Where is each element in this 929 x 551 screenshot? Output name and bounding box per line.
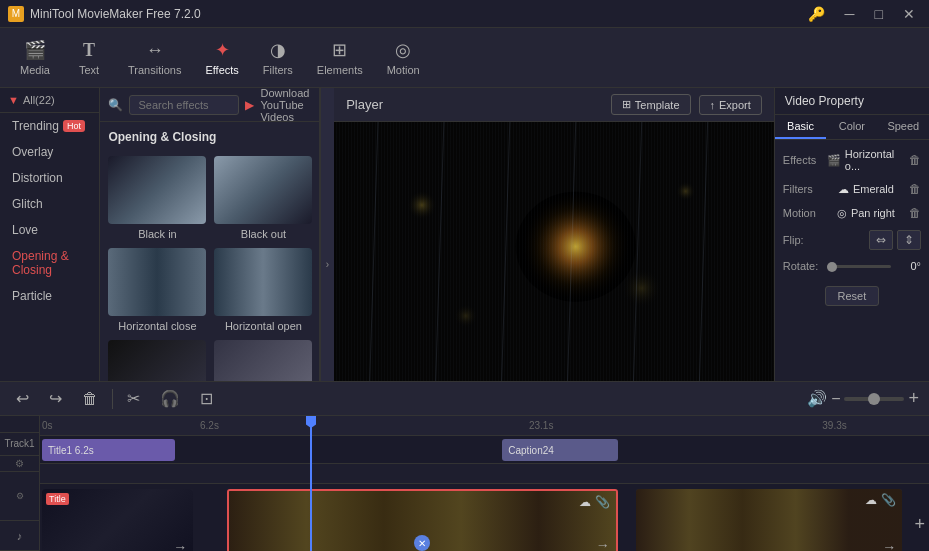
title-block[interactable]: Title1 6.2s	[42, 439, 175, 461]
sidebar-item-love[interactable]: Love	[0, 217, 99, 243]
clip-icon-3: 📎	[881, 493, 896, 507]
minimize-button[interactable]: ─	[839, 4, 861, 24]
flip-horizontal-button[interactable]: ⇔	[869, 230, 893, 250]
video-track-label: ⚙	[0, 472, 39, 521]
ruler-mark-3: 39.3s	[822, 420, 846, 431]
delete-filter-button[interactable]: 🗑	[909, 182, 921, 196]
title-badge: Title	[46, 493, 69, 505]
download-youtube-button[interactable]: Download YouTube Videos	[260, 88, 310, 123]
effect-black-in[interactable]: Black in	[108, 156, 206, 240]
effect-black-out[interactable]: Black out	[214, 156, 312, 240]
template-button[interactable]: ⊞ Template	[611, 94, 691, 115]
sidebar-item-trending[interactable]: Trending Hot	[0, 113, 99, 139]
clip-3-arrow: →	[882, 539, 896, 551]
crop-button[interactable]: ⊡	[194, 387, 219, 410]
delete-button[interactable]: 🗑	[76, 388, 104, 410]
zoom-slider[interactable]	[844, 397, 904, 401]
caption-block-label: Caption24	[508, 445, 554, 456]
toolbar-filters[interactable]: ◑ Filters	[253, 33, 303, 82]
caption-block[interactable]: Caption24	[502, 439, 618, 461]
tab-basic[interactable]: Basic	[775, 115, 826, 139]
effects-section-title: Opening & Closing	[100, 122, 318, 148]
sidebar-item-particle[interactable]: Particle	[0, 283, 99, 309]
sidebar-item-overlay[interactable]: Overlay	[0, 139, 99, 165]
zoom-minus-button[interactable]: −	[831, 390, 840, 408]
love-label: Love	[12, 223, 38, 237]
cut-button[interactable]: ✂	[121, 387, 146, 410]
motion-prop-value: ◎ Pan right	[837, 207, 895, 220]
video-container	[334, 122, 774, 399]
video-clip-3[interactable]: ☁ 📎 →	[636, 489, 903, 551]
clip-delete-button[interactable]: ✕	[414, 535, 430, 551]
zoom-out-button[interactable]: 🔊	[807, 389, 827, 408]
sidebar-item-distortion[interactable]: Distortion	[0, 165, 99, 191]
headphones-button[interactable]: 🎧	[154, 387, 186, 410]
toolbar-transitions[interactable]: ↔ Transitions	[118, 34, 191, 82]
video-settings-icon: ⚙	[16, 491, 24, 501]
trending-badge: Hot	[63, 120, 85, 132]
svg-line-7	[369, 122, 378, 399]
ruler-mark-1: 6.2s	[200, 420, 219, 431]
delete-motion-button[interactable]: 🗑	[909, 206, 921, 220]
rotate-slider[interactable]	[827, 265, 891, 268]
audio-track-label: ♪	[0, 521, 39, 551]
export-button[interactable]: ↑ Export	[699, 95, 762, 115]
toolbar-elements[interactable]: ⊞ Elements	[307, 33, 373, 82]
svg-line-8	[435, 122, 444, 399]
ruler-mark-2: 23.1s	[529, 420, 553, 431]
sidebar-item-opening-closing[interactable]: Opening & Closing	[0, 243, 99, 283]
elements-icon: ⊞	[332, 39, 347, 61]
search-effects-input[interactable]	[129, 95, 239, 115]
delete-effect-button[interactable]: 🗑	[909, 153, 921, 167]
tab-color[interactable]: Color	[826, 115, 877, 139]
maximize-button[interactable]: □	[869, 4, 889, 24]
svg-point-5	[622, 268, 662, 308]
track1-row: Title1 6.2s Caption24	[40, 436, 929, 464]
flip-property-row: Flip: ⇔ ⇕	[783, 230, 921, 250]
toolbar-motion[interactable]: ◎ Motion	[377, 33, 430, 82]
left-panel-header: ▼ All(22)	[0, 88, 99, 113]
filters-icon: ◑	[270, 39, 286, 61]
video-track-toolbar	[40, 464, 929, 484]
filters-value-text: Emerald	[853, 183, 894, 195]
rotate-thumb	[827, 262, 837, 272]
video-track-row: Title → ☁ 📎 → ✕ ☁	[40, 484, 929, 551]
video-canvas	[334, 122, 774, 399]
svg-point-2	[521, 192, 631, 302]
all-count-label: All(22)	[23, 94, 55, 106]
redo-button[interactable]: ↪	[43, 387, 68, 410]
video-clip-2[interactable]: ☁ 📎 → ✕	[227, 489, 618, 551]
svg-point-1	[516, 192, 636, 302]
toolbar-text[interactable]: T Text	[64, 34, 114, 82]
toolbar-media[interactable]: 🎬 Media	[10, 33, 60, 82]
reset-button[interactable]: Reset	[825, 286, 880, 306]
cloud-icon: ☁	[579, 495, 591, 509]
effects-icon-small: 🎬	[827, 154, 841, 167]
close-button[interactable]: ✕	[897, 4, 921, 24]
player-actions: ⊞ Template ↑ Export	[611, 94, 762, 115]
timeline-toolbar: ↩ ↪ 🗑 ✂ 🎧 ⊡ 🔊 − +	[0, 382, 929, 416]
particle-label: Particle	[12, 289, 52, 303]
sidebar-item-glitch[interactable]: Glitch	[0, 191, 99, 217]
flip-arrows-button[interactable]: ⇕	[897, 230, 921, 250]
clip-3-icons: ☁ 📎	[865, 493, 896, 507]
clip-icon: 📎	[595, 495, 610, 509]
effect-horizontal-open[interactable]: Horizontal open	[214, 248, 312, 332]
undo-button[interactable]: ↩	[10, 387, 35, 410]
video-clip-1[interactable]: Title →	[42, 489, 193, 551]
effect-horiz-close-label: Horizontal close	[118, 320, 196, 332]
timeline-section: ↩ ↪ 🗑 ✂ 🎧 ⊡ 🔊 − + Track1 ⚙ ⚙	[0, 381, 929, 551]
distortion-label: Distortion	[12, 171, 63, 185]
effect-horizontal-close[interactable]: Horizontal close	[108, 248, 206, 332]
key-icon[interactable]: 🔑	[802, 4, 831, 24]
title-bar-controls: 🔑 ─ □ ✕	[802, 4, 921, 24]
motion-icon: ◎	[837, 207, 847, 220]
zoom-plus-button[interactable]: +	[908, 388, 919, 409]
filters-prop-value: ☁ Emerald	[838, 183, 894, 196]
tab-speed[interactable]: Speed	[878, 115, 929, 139]
clip-3-thumb	[636, 489, 903, 551]
toolbar-effects[interactable]: ✦ Effects	[195, 33, 248, 82]
video-track-icon: ⚙	[15, 458, 24, 469]
add-clip-button[interactable]: +	[914, 513, 925, 534]
ruler-spacer	[0, 416, 39, 433]
